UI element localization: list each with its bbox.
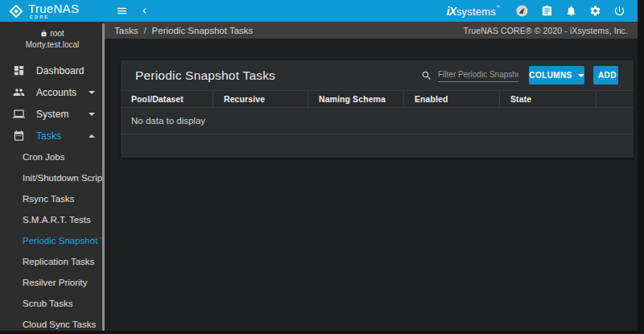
chevron-up-icon: [89, 134, 95, 138]
breadcrumb-section[interactable]: Tasks: [114, 26, 138, 35]
periodic-snapshot-tasks-card: Periodic Snapshot Tasks COLUMNS ADD Pool…: [121, 60, 634, 158]
settings-icon[interactable]: [589, 5, 601, 17]
copyright-text: TrueNAS CORE® © 2020 - iXsystems, Inc.: [464, 26, 628, 35]
truenas-app: TrueNAS CORE iXsystems™: [0, 0, 644, 334]
sidebar-item-label: Accounts: [36, 87, 76, 98]
dropdown-arrow-icon: [578, 74, 584, 77]
filter-input[interactable]: [438, 68, 518, 82]
vertical-scrollbar[interactable]: [638, 0, 644, 334]
menu-icon[interactable]: [116, 5, 128, 17]
card-footer: [121, 134, 634, 158]
task-manager-icon[interactable]: [541, 5, 553, 17]
sidebar-nav: Dashboard Accounts System Tasks Cron Job…: [0, 60, 105, 334]
sidebar-scrollbar[interactable]: [102, 23, 105, 331]
username: root: [50, 29, 64, 38]
sidebar-item-rsync-tasks[interactable]: Rsync Tasks: [0, 188, 105, 209]
table-header: Pool/Dataset Recursive Naming Schema Ena…: [121, 90, 634, 108]
horizontal-scrollbar[interactable]: [0, 331, 638, 334]
truecommand-icon[interactable]: [515, 4, 529, 18]
sidebar: root Morty.test.local Dashboard Accounts…: [0, 22, 105, 334]
sidebar-item-label: Tasks: [36, 130, 61, 142]
sidebar-item-scrub-tasks[interactable]: Scrub Tasks: [0, 293, 105, 314]
chevron-down-icon: [89, 91, 95, 94]
search-icon: [421, 70, 432, 81]
notifications-icon[interactable]: [565, 5, 577, 17]
filter-group: COLUMNS ADD: [421, 66, 634, 85]
brand-name: TrueNAS: [28, 2, 79, 14]
sidebar-item-tasks[interactable]: Tasks: [0, 125, 105, 146]
column-header-recursive[interactable]: Recursive: [213, 91, 308, 107]
user-block: root Morty.test.local: [0, 22, 105, 49]
dashboard-icon: [13, 64, 25, 76]
sidebar-item-accounts[interactable]: Accounts: [0, 81, 105, 103]
sidebar-item-init-shutdown-scripts[interactable]: Init/Shutdown Scripts: [0, 167, 105, 188]
add-button[interactable]: ADD: [593, 66, 618, 85]
lock-icon: [40, 30, 47, 37]
sidebar-item-periodic-snapshot-tasks[interactable]: Periodic Snapshot Tasks: [0, 230, 105, 251]
laptop-icon: [13, 108, 25, 120]
truenas-logo: TrueNAS CORE: [0, 2, 105, 19]
calendar-icon: [13, 130, 25, 142]
breadcrumb-page: Periodic Snapshot Tasks: [152, 26, 254, 35]
sidebar-item-label: Dashboard: [36, 65, 85, 76]
brand-edition: CORE: [30, 15, 79, 19]
truenas-logo-icon: [9, 4, 23, 19]
sidebar-item-dashboard[interactable]: Dashboard: [0, 60, 105, 81]
main-content: Periodic Snapshot Tasks COLUMNS ADD Pool…: [105, 39, 638, 331]
people-icon: [13, 86, 25, 98]
breadcrumb-bar: Tasks / Periodic Snapshot Tasks TrueNAS …: [105, 22, 638, 39]
power-icon[interactable]: [613, 5, 625, 17]
column-header-state[interactable]: State: [500, 91, 597, 107]
ixsystems-logo: iXsystems™: [447, 4, 500, 19]
column-header-naming-schema[interactable]: Naming Schema: [308, 91, 404, 107]
sidebar-item-label: System: [36, 109, 69, 120]
topbar: TrueNAS CORE iXsystems™: [0, 0, 638, 22]
sidebar-item-resilver-priority[interactable]: Resilver Priority: [0, 272, 105, 293]
column-header-pool-dataset[interactable]: Pool/Dataset: [121, 91, 213, 107]
columns-button[interactable]: COLUMNS: [529, 66, 584, 85]
user-name-row: root: [0, 29, 105, 38]
sidebar-item-system[interactable]: System: [0, 103, 105, 125]
sidebar-item-smart-tests[interactable]: S.M.A.R.T. Tests: [0, 209, 105, 230]
sidebar-item-cron-jobs[interactable]: Cron Jobs: [0, 146, 105, 167]
column-header-actions-spacer: [597, 91, 634, 107]
sidebar-item-replication-tasks[interactable]: Replication Tasks: [0, 251, 105, 272]
column-header-enabled[interactable]: Enabled: [404, 91, 500, 107]
topbar-actions: iXsystems™: [447, 4, 638, 19]
back-icon[interactable]: [139, 6, 150, 16]
chevron-down-icon: [89, 113, 95, 116]
hostname: Morty.test.local: [0, 40, 105, 49]
brand-text: TrueNAS CORE: [28, 2, 79, 19]
page-title: Periodic Snapshot Tasks: [135, 68, 275, 83]
breadcrumb-separator: /: [143, 26, 146, 35]
empty-table-message: No data to display: [121, 108, 634, 134]
card-header: Periodic Snapshot Tasks COLUMNS ADD: [121, 60, 634, 90]
columns-button-label: COLUMNS: [529, 71, 572, 80]
